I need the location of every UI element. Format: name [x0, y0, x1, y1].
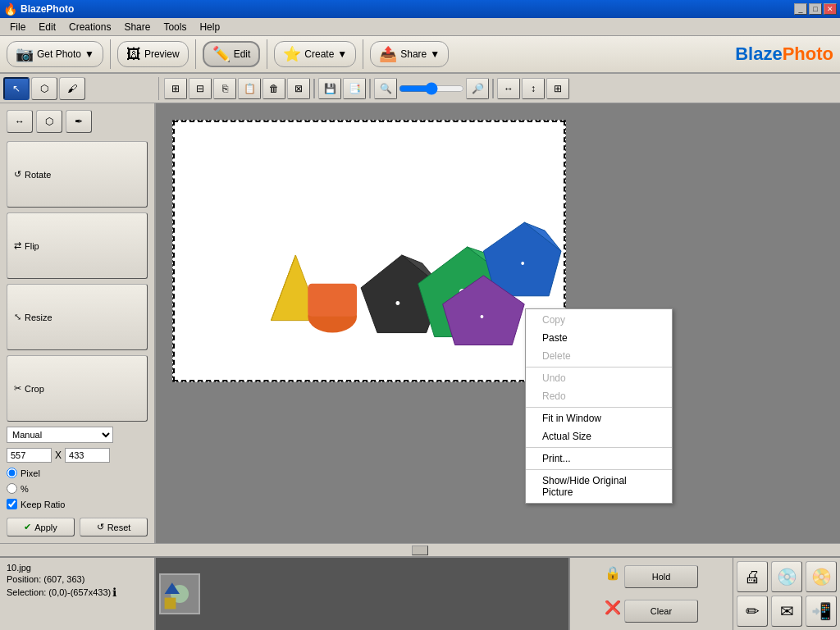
grid-button[interactable]: ⊞	[546, 78, 569, 99]
clear-row: ❌ Clear	[605, 600, 698, 623]
save-as-button[interactable]: 📑	[343, 78, 366, 99]
film-thumb-1[interactable]	[159, 573, 200, 614]
image-canvas: • 8 1 • •	[172, 120, 566, 382]
fit-height-button[interactable]: ↕	[522, 78, 545, 99]
hold-button[interactable]: Hold	[624, 565, 698, 588]
export-icon-button[interactable]: 📲	[806, 596, 837, 627]
close-button[interactable]: ✕	[824, 3, 837, 15]
et-separator-1	[313, 79, 315, 98]
flip-button[interactable]: ⇄ Flip	[7, 212, 148, 279]
save-button[interactable]: 💾	[318, 78, 341, 99]
ctx-sep-2	[526, 407, 672, 408]
select-tool-button[interactable]: ↖	[3, 77, 30, 100]
share-icon: 📤	[379, 45, 397, 63]
left-panel: ↔ ⬡ ✒ ↺ Rotate ⇄ Flip ⤡ Resize ✂ Crop	[0, 103, 156, 543]
keep-ratio-row: Keep Ratio	[7, 499, 148, 509]
burn-cd-icon-button[interactable]: 💿	[771, 561, 802, 592]
minimize-button[interactable]: _	[794, 3, 807, 15]
svg-rect-4	[308, 284, 357, 317]
horizontal-scrollbar[interactable]	[0, 543, 840, 556]
ctx-actual-size[interactable]: Actual Size	[526, 427, 672, 445]
preview-icon: 🖼	[126, 46, 141, 63]
ctx-undo[interactable]: Undo	[526, 369, 672, 387]
right-icons-panel: 🖨 💿 📀 ✏ ✉ 📲	[733, 558, 840, 630]
percent-radio[interactable]	[7, 483, 17, 494]
reset-button[interactable]: ↺ Reset	[80, 518, 148, 536]
mode-select[interactable]: Manual	[7, 427, 113, 443]
main-toolbar: 📷 Get Photo ▼ 🖼 Preview ✏️ Edit ⭐ Create…	[0, 36, 840, 74]
menubar: File Edit Creations Share Tools Help	[0, 18, 840, 36]
reset-icon: ↺	[97, 522, 104, 532]
edit2-icon-button[interactable]: ✏	[737, 596, 768, 627]
keep-ratio-checkbox[interactable]	[7, 499, 17, 509]
menu-creations[interactable]: Creations	[62, 20, 117, 34]
edit-button[interactable]: ✏️ Edit	[203, 41, 261, 67]
right-icon-row-2: ✏ ✉ 📲	[737, 596, 837, 627]
paste-button[interactable]: 📋	[238, 78, 261, 99]
ctx-print[interactable]: Print...	[526, 450, 672, 468]
transform-button[interactable]: ⊠	[287, 78, 310, 99]
titlebar-title: 🔥 BlazePhoto	[3, 2, 74, 16]
width-input[interactable]	[7, 448, 52, 463]
info-icon[interactable]: ℹ	[112, 586, 116, 599]
tool-icon-3[interactable]: ✒	[66, 110, 92, 133]
ctx-fit-window[interactable]: Fit in Window	[526, 409, 672, 427]
brush-tool-button[interactable]: 🖌	[59, 77, 85, 100]
clear-button[interactable]: Clear	[624, 600, 698, 623]
resize-button[interactable]: ⤡ Resize	[7, 284, 148, 350]
apply-icon: ✔	[24, 522, 31, 532]
context-menu: Copy Paste Delete Undo Redo Fit in Windo…	[525, 308, 673, 504]
fit-width-button[interactable]: ↔	[497, 78, 520, 99]
share-button[interactable]: 📤 Share ▼	[370, 41, 449, 67]
menu-help[interactable]: Help	[193, 20, 226, 34]
bottom-panel: 10.jpg Position: (607, 363) Selection: (…	[0, 556, 840, 630]
menu-file[interactable]: File	[3, 20, 32, 34]
zoom-slider[interactable]	[399, 80, 464, 97]
dice-svg: • 8 1 • •	[173, 124, 565, 378]
filmstrip	[156, 558, 568, 630]
et-separator-2	[369, 79, 371, 98]
tool-icon-1[interactable]: ↔	[7, 110, 33, 133]
menu-tools[interactable]: Tools	[157, 20, 193, 34]
ctx-paste[interactable]: Paste	[526, 329, 672, 347]
tool-icon-2[interactable]: ⬡	[36, 110, 62, 133]
copy-button[interactable]: ⎘	[213, 78, 236, 99]
ctx-copy[interactable]: Copy	[526, 311, 672, 329]
apply-reset-row: ✔ Apply ↺ Reset	[7, 518, 148, 536]
ctx-sep-4	[526, 469, 672, 470]
preview-button[interactable]: 🖼 Preview	[117, 41, 189, 67]
deselect-button[interactable]: ⊟	[189, 78, 212, 99]
scroll-thumb[interactable]	[412, 546, 428, 555]
apply-button[interactable]: ✔ Apply	[7, 518, 75, 536]
menu-share[interactable]: Share	[117, 20, 157, 34]
height-input[interactable]	[65, 448, 110, 463]
get-photo-button[interactable]: 📷 Get Photo ▼	[7, 41, 103, 67]
clear-icon: ❌	[605, 600, 621, 623]
create-icon: ⭐	[283, 45, 301, 63]
zoom-out-button[interactable]: 🔎	[466, 78, 489, 99]
right-icon-row-1: 🖨 💿 📀	[737, 561, 837, 592]
print-icon-button[interactable]: 🖨	[737, 561, 768, 592]
crop-button[interactable]: ✂ Crop	[7, 355, 148, 422]
edit-icon: ✏️	[212, 45, 231, 63]
zoom-in-button[interactable]: 🔍	[374, 78, 397, 99]
email-icon-button[interactable]: ✉	[771, 596, 802, 627]
ctx-delete[interactable]: Delete	[526, 347, 672, 365]
ctx-show-hide[interactable]: Show/Hide Original Picture	[526, 472, 672, 501]
ctx-redo[interactable]: Redo	[526, 387, 672, 405]
menu-edit[interactable]: Edit	[32, 20, 62, 34]
maximize-button[interactable]: □	[809, 3, 822, 15]
rotate-button[interactable]: ↺ Rotate	[7, 141, 148, 208]
pixel-radio[interactable]	[7, 468, 17, 478]
canvas-area[interactable]: • 8 1 • •	[156, 103, 840, 543]
dropdown-arrow-icon: ▼	[84, 48, 94, 60]
burn-dvd-icon-button[interactable]: 📀	[806, 561, 837, 592]
percent-radio-row: %	[7, 483, 148, 494]
share-dropdown-icon: ▼	[430, 48, 440, 60]
select-all-button[interactable]: ⊞	[164, 78, 187, 99]
lasso-tool-button[interactable]: ⬡	[31, 77, 57, 100]
create-button[interactable]: ⭐ Create ▼	[274, 41, 356, 67]
filename-label: 10.jpg	[7, 563, 148, 573]
size-input-row: X	[7, 448, 148, 463]
delete-button[interactable]: 🗑	[262, 78, 285, 99]
